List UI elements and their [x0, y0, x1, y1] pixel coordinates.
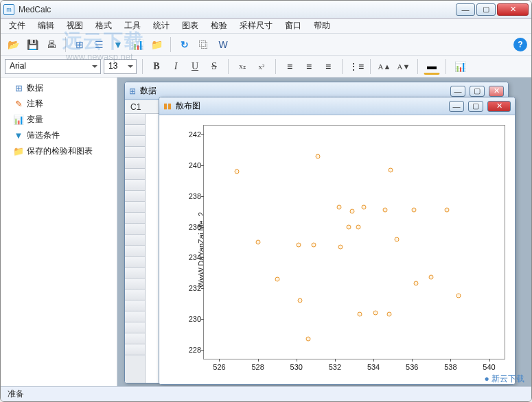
sidebar-item-variables[interactable]: 📊 变量: [1, 112, 117, 128]
fill-color-button[interactable]: ▬: [424, 58, 440, 75]
menu-file[interactable]: 文件: [3, 19, 31, 33]
pencil-icon: ✎: [13, 99, 24, 110]
save-icon[interactable]: 💾: [24, 36, 41, 53]
data-maximize-button[interactable]: ▢: [470, 86, 485, 97]
menu-sample[interactable]: 采样尺寸: [234, 19, 278, 33]
align-right-button[interactable]: ≡: [320, 58, 336, 75]
font-shrink-button[interactable]: A▼: [395, 59, 412, 74]
plot-box: 2282302322342362382402425265285305325345…: [203, 125, 505, 359]
menu-view[interactable]: 视图: [61, 19, 89, 33]
copy-icon[interactable]: ⿻: [196, 36, 212, 53]
italic-button[interactable]: I: [167, 59, 184, 74]
separator: [275, 59, 276, 74]
chart-maximize-button[interactable]: ▢: [468, 101, 483, 112]
filter-icon[interactable]: ▼: [110, 36, 126, 53]
print-icon[interactable]: 🖶: [43, 36, 60, 53]
menu-bar: 文件 编辑 视图 格式 工具 统计 图表 检验 采样尺寸 窗口 帮助: [1, 19, 531, 34]
data-point: [358, 312, 362, 317]
refresh-icon[interactable]: ↻: [176, 36, 193, 53]
main-window: m MedCalc — ▢ ✕ 文件 编辑 视图 格式 工具 统计 图表 检验 …: [0, 0, 532, 402]
grid-icon[interactable]: ⊞: [71, 36, 88, 53]
separator: [342, 59, 343, 74]
menu-tools[interactable]: 工具: [119, 19, 146, 33]
data-point: [312, 243, 316, 248]
mdi-area: ⊞ 数据 — ▢ ✕ C1: [117, 78, 531, 386]
font-family-select[interactable]: Arial: [5, 59, 101, 74]
sidebar-item-notes[interactable]: ✎ 注释: [1, 96, 117, 112]
data-point: [338, 244, 343, 249]
font-size-select[interactable]: 13: [104, 59, 137, 74]
data-point: [373, 310, 378, 315]
chart-window-titlebar[interactable]: ▮▮ 散布图 — ▢ ✕: [159, 97, 515, 115]
folder-icon[interactable]: 📁: [148, 36, 165, 53]
data-point: [389, 167, 393, 172]
data-point: [275, 276, 279, 281]
data-point: [386, 312, 391, 317]
chart-minimize-button[interactable]: —: [449, 101, 464, 112]
menu-stats[interactable]: 统计: [148, 19, 175, 33]
chart-window-title: 散布图: [176, 100, 200, 112]
data-minimize-button[interactable]: —: [450, 86, 465, 97]
row-headers: [125, 114, 146, 383]
sidebar-item-label: 筛选条件: [27, 130, 60, 141]
strike-button[interactable]: S: [206, 59, 222, 74]
toolbar-format: Arial 13 B I U S x₂ x² ≡ ≡ ≡ ⋮≡ A▲ A▼ ▬ …: [1, 56, 531, 78]
data-point: [234, 169, 239, 174]
separator: [170, 37, 171, 52]
data-point: [412, 208, 417, 213]
chart-window[interactable]: ▮▮ 散布图 — ▢ ✕ WwW.DaYanZai.Me_2 228230232…: [159, 97, 516, 385]
menu-tests[interactable]: 检验: [205, 19, 233, 33]
chart-icon[interactable]: 📊: [129, 36, 146, 53]
data-point: [456, 294, 461, 298]
close-button[interactable]: ✕: [497, 3, 529, 16]
app-title: MedCalc: [19, 5, 456, 14]
status-bar: 准备: [1, 386, 531, 401]
align-center-button[interactable]: ≡: [301, 58, 317, 75]
separator: [370, 59, 371, 74]
underline-button[interactable]: U: [187, 59, 203, 74]
chart-icon: 📊: [13, 115, 24, 126]
align-left-button[interactable]: ≡: [281, 58, 298, 75]
menu-help[interactable]: 帮助: [308, 19, 336, 33]
chart-format-button[interactable]: 📊: [452, 58, 468, 75]
subscript-button[interactable]: x₂: [234, 59, 251, 74]
bold-button[interactable]: B: [148, 59, 165, 74]
superscript-button[interactable]: x²: [253, 59, 270, 74]
data-point: [429, 275, 434, 280]
help-icon[interactable]: ?: [513, 38, 527, 51]
scatter-icon: ▮▮: [163, 102, 172, 110]
export-word-icon[interactable]: W: [215, 36, 231, 53]
font-grow-button[interactable]: A▲: [376, 59, 393, 74]
app-icon: m: [3, 4, 14, 15]
sidebar-item-data[interactable]: ⊞ 数据: [1, 80, 117, 96]
menu-edit[interactable]: 编辑: [32, 19, 60, 33]
menu-window[interactable]: 窗口: [279, 19, 307, 33]
data-window-title: 数据: [140, 85, 157, 97]
status-text: 准备: [8, 388, 24, 400]
data-point: [444, 208, 449, 213]
data-point: [382, 208, 387, 213]
chevron-down-icon: [92, 65, 97, 71]
maximize-button[interactable]: ▢: [476, 3, 496, 16]
open-icon[interactable]: 📂: [5, 36, 21, 53]
menu-charts[interactable]: 图表: [176, 19, 204, 33]
data-point: [356, 224, 360, 229]
chart-canvas[interactable]: WwW.DaYanZai.Me_2 2282302322342362382402…: [159, 115, 515, 384]
bullets-button[interactable]: ⋮≡: [348, 58, 365, 75]
sidebar-item-saved[interactable]: 📁 保存的检验和图表: [1, 143, 117, 159]
window-controls: — ▢ ✕: [456, 3, 529, 16]
data-close-button[interactable]: ✕: [489, 86, 504, 97]
columns-icon[interactable]: ☰: [91, 36, 107, 53]
funnel-icon: ▼: [13, 130, 24, 141]
font-family-value: Arial: [10, 61, 26, 71]
menu-format[interactable]: 格式: [90, 19, 117, 33]
sidebar-item-filter[interactable]: ▼ 筛选条件: [1, 128, 117, 143]
chart-close-button[interactable]: ✕: [487, 101, 511, 112]
data-point: [298, 298, 303, 303]
grid-icon: ⊞: [13, 83, 24, 94]
data-point: [336, 204, 341, 209]
folder-icon: 📁: [13, 146, 24, 157]
font-size-value: 13: [108, 61, 117, 71]
minimize-button[interactable]: —: [456, 3, 475, 16]
data-point: [346, 224, 351, 229]
